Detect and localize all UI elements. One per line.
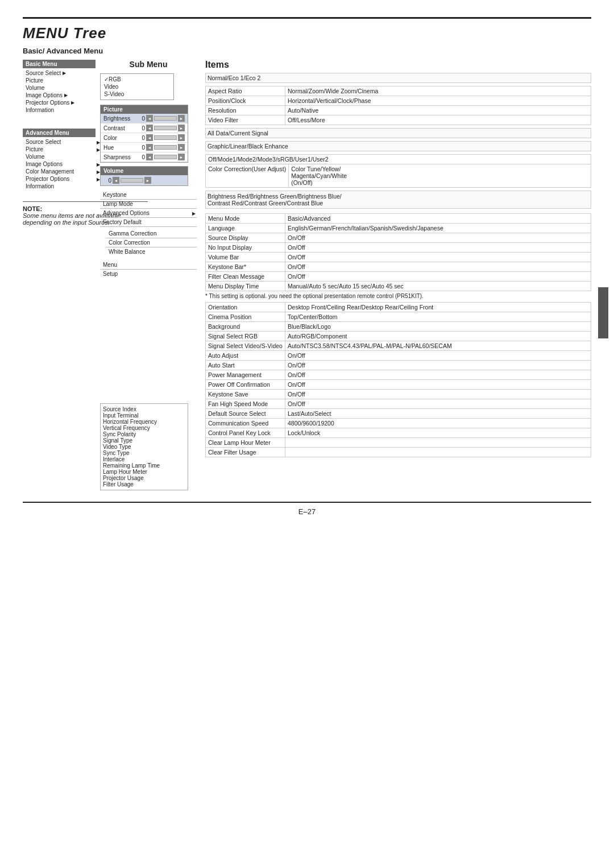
picture-box: Picture Brightness 0 ◄ ► Contrast 0 ◄ [100, 105, 188, 163]
clear-filter-usage-value [285, 448, 591, 457]
brightness-inc[interactable]: ► [178, 115, 185, 122]
info-vert-freq: Vertical Frequency [103, 425, 185, 431]
gamma-correction[interactable]: Gamma Correction [106, 229, 197, 238]
adv-volume[interactable]: Volume [23, 153, 96, 160]
clear-lamp-hour-value [285, 438, 591, 448]
control-panel-key-lock-value: Lock/Unlock [285, 428, 591, 438]
basic-image-options[interactable]: Image Options [23, 92, 96, 99]
power-off-confirmation-value: On/Off [285, 380, 591, 390]
language-value: English/German/French/Italian/Spanish/Sw… [285, 224, 591, 233]
volume-slider[interactable]: ◄ ► [113, 177, 151, 184]
info-lamp-hour: Lamp Hour Meter [103, 469, 185, 475]
fan-high-speed-row: Fan High Speed Mode On/Off [206, 399, 591, 409]
menu-display-time-row: Menu Display Time Manual/Auto 5 sec/Auto… [206, 282, 591, 291]
proj-keystone[interactable]: Keystone [100, 191, 197, 200]
volume-row[interactable]: 0 ◄ ► [101, 175, 188, 185]
contrast-dec[interactable]: ◄ [146, 125, 153, 131]
hue-dec[interactable]: ◄ [146, 144, 153, 151]
basic-picture[interactable]: Picture [23, 77, 96, 84]
aspect-ratio-label: Aspect Ratio [206, 86, 285, 96]
adv-picture[interactable]: Picture ▶ [23, 146, 96, 153]
hue-slider[interactable]: ◄ ► [146, 144, 185, 151]
right-tab [598, 287, 608, 338]
background-value: Blue/Black/Logo [285, 322, 591, 332]
cinema-position-value: Top/Center/Bottom [285, 312, 591, 322]
adv-color-management[interactable]: Color Management ▶ [23, 168, 96, 175]
color-label: Color [103, 135, 138, 141]
proj-advanced-options[interactable]: Advanced Options ▶ [100, 209, 197, 218]
no-input-display-label: No Input Display [206, 243, 285, 253]
proj-lamp-mode[interactable]: Lamp Mode [100, 200, 197, 209]
clear-lamp-hour-row: Clear Lamp Hour Meter [206, 438, 591, 448]
orientation-value: Desktop Front/Ceiling Rear/Desktop Rear/… [285, 303, 591, 312]
source-svideo[interactable]: S-Video [104, 90, 170, 98]
volume-header: Volume [101, 167, 188, 175]
keystone-save-row: Keystone Save On/Off [206, 390, 591, 399]
communication-speed-label: Communication Speed [206, 419, 285, 428]
basic-source-select[interactable]: Source Select [23, 69, 96, 77]
info-interlace: Interlace [103, 456, 185, 462]
keystone-bar-value: On/Off [285, 262, 591, 272]
brightness-dec[interactable]: ◄ [146, 115, 153, 122]
volume-dec[interactable]: ◄ [113, 177, 119, 184]
adv-source-select[interactable]: Source Select ▶ [23, 138, 96, 146]
sharpness-dec[interactable]: ◄ [146, 154, 153, 160]
source-video[interactable]: Video [104, 83, 170, 90]
contrast-slider[interactable]: ◄ ► [146, 125, 185, 131]
basic-information[interactable]: Information [23, 106, 96, 114]
sharpness-slider[interactable]: ◄ ► [146, 154, 185, 160]
info-input-terminal: Input Terminal [103, 412, 185, 419]
sharpness-track [154, 155, 177, 159]
basic-projector-options[interactable]: Projector Options [23, 99, 96, 106]
picture-contrast-row[interactable]: Contrast 0 ◄ ► [101, 123, 188, 133]
menu-item-menu[interactable]: Menu [100, 261, 197, 270]
position-clock-row: Position/Clock Horizontal/Vertical/Clock… [206, 96, 591, 106]
basic-menu-items: Source Select Picture Volume Image Optio… [23, 69, 96, 114]
volume-bar-label: Volume Bar [206, 253, 285, 262]
adv-projector-options[interactable]: Projector Options ▶ [23, 175, 96, 183]
basic-volume[interactable]: Volume [23, 84, 96, 92]
aspect-ratio-row: Aspect Ratio Normal/Zoom/Wide Zoom/Cinem… [206, 86, 591, 96]
no-input-display-value: On/Off [285, 243, 591, 253]
fan-high-speed-value: On/Off [285, 399, 591, 409]
clear-filter-usage-label: Clear Filter Usage [206, 448, 285, 457]
contrast-inc[interactable]: ► [178, 125, 185, 131]
contrast-label: Contrast [103, 125, 138, 131]
picture-color-row[interactable]: Color 0 ◄ ► [101, 133, 188, 143]
source-rgb[interactable]: ✓RGB [104, 76, 170, 83]
signal-select-video-label: Signal Select Video/S-Video [206, 341, 285, 351]
color-correction[interactable]: Color Correction [106, 238, 197, 247]
advanced-menu-box: Advanced Menu [23, 129, 96, 137]
color-dec[interactable]: ◄ [146, 134, 153, 141]
info-filter-usage: Filter Usage [103, 481, 185, 487]
picture-sharpness-row[interactable]: Sharpness 0 ◄ ► [101, 152, 188, 162]
color-inc[interactable]: ► [178, 134, 185, 141]
auto-start-row: Auto Start On/Off [206, 361, 591, 370]
menu-item-setup[interactable]: Setup [100, 270, 197, 278]
sharpness-label: Sharpness [103, 154, 138, 160]
advanced-menu-items: Source Select ▶ Picture ▶ Volume Image O… [23, 138, 96, 190]
brightness-val: 0 [138, 115, 145, 122]
picture-hue-row[interactable]: Hue 0 ◄ ► [101, 143, 188, 152]
sharpness-inc[interactable]: ► [178, 154, 185, 160]
info-video-type: Video Type [103, 444, 185, 450]
proj-factory-default[interactable]: Factory Default [100, 218, 197, 227]
power-management-label: Power Management [206, 370, 285, 380]
menu-mode-value: Basic/Advanced [285, 214, 591, 224]
control-panel-key-lock-row: Control Panel Key Lock Lock/Unlock [206, 428, 591, 438]
adv-image-options[interactable]: Image Options ▶ [23, 160, 96, 168]
orientation-label: Orientation [206, 303, 285, 312]
signal-select-video-value: Auto/NTSC3.58/NTSC4.43/PAL/PAL-M/PAL-N/P… [285, 341, 591, 351]
volume-inc[interactable]: ► [144, 177, 151, 184]
setup-table: Orientation Desktop Front/Ceiling Rear/D… [205, 302, 591, 457]
picture-brightness-row[interactable]: Brightness 0 ◄ ► [101, 114, 188, 123]
hue-inc[interactable]: ► [178, 144, 185, 151]
default-source-select-label: Default Source Select [206, 409, 285, 419]
adv-information[interactable]: Information [23, 183, 96, 190]
keystone-save-value: On/Off [285, 390, 591, 399]
brightness-slider[interactable]: ◄ ► [146, 115, 185, 122]
color-correction-row: Off/Mode1/Mode2/Mode3/sRGB/User1/User2 [206, 155, 591, 164]
white-balance[interactable]: White Balance [106, 247, 197, 256]
page-title: MENU Tree [23, 24, 591, 42]
color-slider[interactable]: ◄ ► [146, 134, 185, 141]
